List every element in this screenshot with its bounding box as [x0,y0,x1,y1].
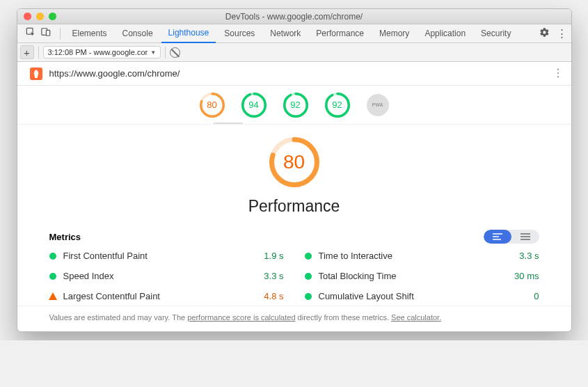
expanded-view-icon[interactable] [484,230,511,244]
category-gauges: 80949292 PWA [17,86,571,125]
metric-label: First Contentful Paint [63,251,148,261]
tab-security[interactable]: Security [474,24,518,43]
status-indicator-icon [49,292,57,300]
category-gauge-3[interactable]: 92 [325,93,350,118]
metric-value: 3.3 s [519,251,539,261]
metric-row: Cumulative Layout Shift0 [305,291,539,301]
status-indicator-icon [49,253,56,260]
metric-value: 4.8 s [264,291,283,301]
metrics-footnote: Values are estimated and may vary. The p… [17,306,571,331]
url-row: https://www.google.com/chrome/ ⋯ [17,62,571,86]
see-calc-link[interactable]: See calculator. [391,313,441,322]
toggle-device-icon[interactable] [41,27,51,40]
calc-link[interactable]: performance score is calculated [187,313,295,322]
more-icon[interactable]: ⋮ [557,27,567,40]
minimize-icon[interactable] [36,13,44,20]
category-title: Performance [248,197,340,216]
status-indicator-icon [305,273,312,280]
status-indicator-icon [49,273,56,280]
clear-icon[interactable] [170,47,180,58]
tab-elements[interactable]: Elements [65,24,114,43]
close-icon[interactable] [24,13,31,20]
metric-row: First Contentful Paint1.9 s [49,251,284,261]
zoom-icon[interactable] [49,13,56,20]
metric-label: Largest Contentful Paint [63,291,160,301]
metric-label: Speed Index [63,271,114,281]
lighthouse-toolbar: + 3:12:08 PM - www.google.cor ▼ [17,43,571,62]
metric-row: Speed Index3.3 s [49,271,284,281]
report-menu-icon[interactable]: ⋯ [552,68,565,79]
metrics-view-toggle[interactable] [484,230,539,244]
tab-sources[interactable]: Sources [217,24,262,43]
metric-label: Total Blocking Time [319,271,397,281]
metrics-heading: Metrics [49,232,81,242]
performance-hero: 80 Performance [17,125,571,224]
category-gauge-1[interactable]: 94 [241,93,267,118]
tabs: ElementsConsoleLighthouseSourcesNetworkP… [17,24,571,43]
metric-value: 3.3 s [264,271,283,281]
metric-row: Largest Contentful Paint4.8 s [49,291,284,301]
tested-url: https://www.google.com/chrome/ [49,68,180,79]
settings-icon[interactable] [539,27,550,40]
metrics-section: Metrics First Contentful Paint1.9 sTime … [17,224,571,306]
tab-performance[interactable]: Performance [309,24,371,43]
metric-value: 0 [534,291,539,301]
metric-label: Cumulative Layout Shift [319,291,414,301]
compact-view-icon[interactable] [511,230,539,244]
category-gauge-0[interactable]: 80 [200,93,225,118]
lighthouse-icon [30,68,42,80]
tab-application[interactable]: Application [418,24,472,43]
category-gauge-2[interactable]: 92 [283,93,308,118]
status-indicator-icon [305,293,312,300]
window-title: DevTools - www.google.com/chrome/ [225,12,363,22]
tab-memory[interactable]: Memory [372,24,416,43]
tab-lighthouse[interactable]: Lighthouse [161,24,216,43]
metric-value: 1.9 s [264,251,283,261]
pwa-badge[interactable]: PWA [367,94,389,116]
metric-value: 30 ms [514,271,539,281]
report-dropdown[interactable]: 3:12:08 PM - www.google.cor ▼ [43,46,161,58]
performance-gauge: 80 [269,137,319,187]
inspect-element-icon[interactable] [26,27,35,40]
tab-console[interactable]: Console [116,24,160,43]
inspect-tools [22,27,55,40]
tab-network[interactable]: Network [263,24,308,43]
svg-rect-2 [46,30,49,35]
metric-row: Total Blocking Time30 ms [305,271,539,281]
titlebar: DevTools - www.google.com/chrome/ [17,9,571,24]
traffic-lights [17,13,56,20]
metric-label: Time to Interactive [319,251,392,261]
new-report-button[interactable]: + [20,45,34,59]
metric-row: Time to Interactive3.3 s [305,251,539,261]
devtools-window: DevTools - www.google.com/chrome/ Elemen… [17,8,572,332]
status-indicator-icon [305,253,312,260]
chevron-down-icon: ▼ [150,49,156,56]
